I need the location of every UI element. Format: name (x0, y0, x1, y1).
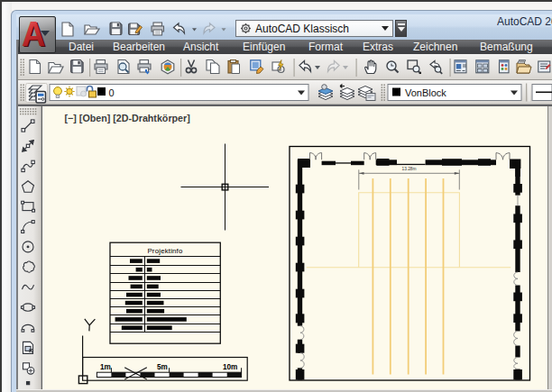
svg-text:1m: 1m (100, 363, 111, 371)
svg-text:13.28m: 13.28m (402, 167, 417, 171)
svg-text:10m: 10m (223, 363, 237, 371)
svg-text:Projektinfo: Projektinfo (147, 247, 183, 255)
svg-text:5m: 5m (157, 363, 168, 371)
